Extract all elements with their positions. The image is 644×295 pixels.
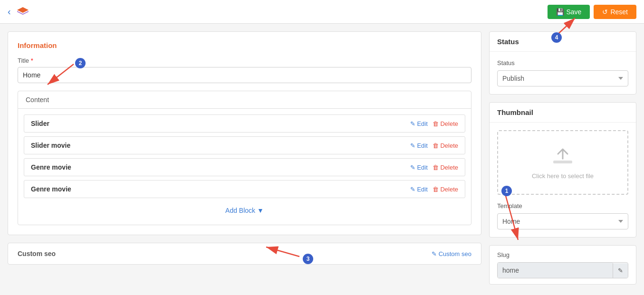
toolbar: ‹ 💾 Save ↺ Reset (0, 0, 644, 24)
slug-label: Slug (497, 251, 628, 258)
block-label-1: Slider movie (31, 142, 70, 149)
reset-button[interactable]: ↺ Reset (594, 5, 636, 19)
status-select[interactable]: Publish Draft (497, 70, 628, 86)
save-icon: 💾 (556, 8, 564, 16)
upload-icon (508, 145, 618, 169)
slug-section: Slug ✎ (489, 245, 636, 285)
thumbnail-section: Thumbnail Click here to select file Temp… (489, 102, 636, 238)
template-select[interactable]: Home Default (497, 213, 628, 229)
annotation-2: 2 (75, 58, 86, 68)
edit-icon: ✎ (432, 250, 437, 257)
block-actions-1: ✎ Edit 🗑 Delete (410, 142, 458, 149)
title-label: Title * (18, 57, 471, 64)
edit-button-1[interactable]: ✎ Edit (410, 142, 428, 149)
save-label: Save (567, 8, 582, 16)
custom-seo-bar: Custom seo ✎ Custom seo (8, 243, 481, 265)
slug-edit-button[interactable]: ✎ (613, 263, 628, 278)
chevron-down-icon: ▼ (257, 207, 264, 214)
reset-label: Reset (610, 8, 628, 16)
edit-button-3[interactable]: ✎ Edit (410, 186, 428, 193)
slug-input-wrap: ✎ (497, 262, 628, 278)
block-actions-0: ✎ Edit 🗑 Delete (410, 120, 458, 127)
add-block-button[interactable]: Add Block ▼ (225, 207, 264, 214)
block-label-3: Genre movie (31, 185, 71, 193)
block-actions-3: ✎ Edit 🗑 Delete (410, 186, 458, 193)
block-label-2: Genre movie (31, 163, 71, 171)
slug-input (498, 263, 613, 278)
information-title: Information (18, 41, 471, 49)
content-header: Content (18, 91, 471, 109)
block-row: Slider movie ✎ Edit 🗑 Delete (24, 136, 465, 154)
block-actions-2: ✎ Edit 🗑 Delete (410, 164, 458, 171)
block-row: Genre movie ✎ Edit 🗑 Delete (24, 158, 465, 176)
reset-icon: ↺ (602, 8, 608, 16)
thumbnail-section-header: Thumbnail (490, 103, 636, 123)
delete-button-3[interactable]: 🗑 Delete (433, 186, 458, 193)
toolbar-left: ‹ (8, 5, 30, 19)
layers-icon (16, 5, 30, 19)
title-input[interactable] (18, 67, 471, 83)
annotation-3: 3 (303, 254, 313, 264)
block-row: Slider ✎ Edit 🗑 Delete (24, 114, 465, 133)
edit-button-0[interactable]: ✎ Edit (410, 120, 428, 127)
back-button[interactable]: ‹ (8, 6, 11, 17)
template-field-label: Template (497, 202, 628, 209)
content-section: Content Slider ✎ Edit 🗑 Delete Slider mo… (18, 91, 471, 225)
content-body: Slider ✎ Edit 🗑 Delete Slider movie ✎ Ed… (18, 109, 471, 225)
block-row: Genre movie ✎ Edit 🗑 Delete (24, 180, 465, 198)
slug-section-body: Slug ✎ (490, 246, 636, 284)
status-section-body: Status Publish Draft (490, 52, 636, 94)
edit-button-2[interactable]: ✎ Edit (410, 164, 428, 171)
delete-button-2[interactable]: 🗑 Delete (433, 164, 458, 171)
status-section-header: Status (490, 32, 636, 52)
sidebar: Status Status Publish Draft Thumbnail (489, 31, 636, 292)
annotation-4: 4 (551, 32, 562, 43)
block-label-0: Slider (31, 120, 49, 127)
delete-button-1[interactable]: 🗑 Delete (433, 142, 458, 149)
thumbnail-upload[interactable]: Click here to select file (497, 130, 628, 195)
custom-seo-link[interactable]: ✎ Custom seo (432, 250, 471, 257)
thumbnail-section-body: Click here to select file Template Home … (490, 123, 636, 237)
svg-rect-2 (553, 161, 572, 163)
save-button[interactable]: 💾 Save (548, 5, 590, 19)
upload-text: Click here to select file (508, 172, 618, 180)
status-field-label: Status (497, 59, 628, 67)
annotation-1: 1 (501, 186, 512, 196)
page-layout: Information Title * Content Slider ✎ Edi… (0, 24, 644, 295)
add-block-label: Add Block (225, 207, 255, 214)
toolbar-right: 💾 Save ↺ Reset (548, 5, 637, 19)
delete-button-0[interactable]: 🗑 Delete (433, 120, 458, 127)
status-section: Status Status Publish Draft (489, 31, 636, 95)
custom-seo-title: Custom seo (18, 250, 56, 257)
title-group: Title * (18, 57, 471, 83)
add-block-row: Add Block ▼ (24, 202, 465, 219)
